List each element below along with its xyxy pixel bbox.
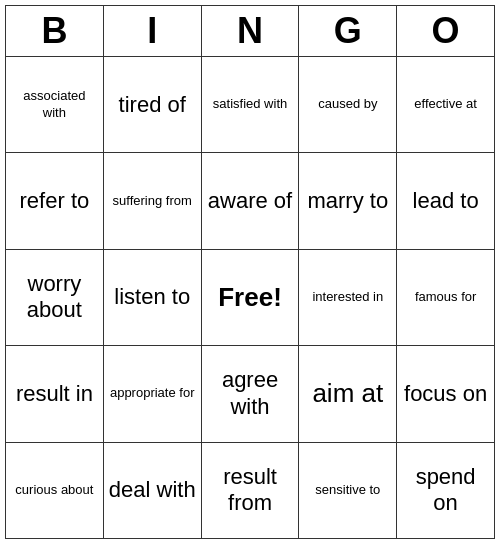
cell-text-4-3: sensitive to xyxy=(315,482,380,497)
cell-text-3-2: agree with xyxy=(222,367,278,418)
cell-text-1-1: suffering from xyxy=(113,193,192,208)
cell-0-4: effective at xyxy=(397,57,495,153)
cell-2-3: interested in xyxy=(299,249,397,345)
cell-3-2: agree with xyxy=(201,346,299,442)
cell-4-0: curious about xyxy=(6,442,104,538)
cell-1-1: suffering from xyxy=(103,153,201,249)
cell-4-4: spend on xyxy=(397,442,495,538)
cell-text-0-0: associated with xyxy=(23,88,85,120)
row-1: refer tosuffering fromaware ofmarry tole… xyxy=(6,153,495,249)
cell-0-3: caused by xyxy=(299,57,397,153)
row-4: curious aboutdeal withresult fromsensiti… xyxy=(6,442,495,538)
row-0: associated withtired ofsatisfied withcau… xyxy=(6,57,495,153)
cell-text-0-2: satisfied with xyxy=(213,96,287,111)
cell-4-3: sensitive to xyxy=(299,442,397,538)
cell-1-0: refer to xyxy=(6,153,104,249)
cell-3-0: result in xyxy=(6,346,104,442)
bingo-body: associated withtired ofsatisfied withcau… xyxy=(6,57,495,539)
cell-4-2: result from xyxy=(201,442,299,538)
cell-0-2: satisfied with xyxy=(201,57,299,153)
cell-1-3: marry to xyxy=(299,153,397,249)
cell-text-2-0: worry about xyxy=(27,271,82,322)
cell-text-3-0: result in xyxy=(16,381,93,406)
header-G: G xyxy=(299,6,397,57)
bingo-card: BINGO associated withtired ofsatisfied w… xyxy=(5,5,495,539)
cell-2-0: worry about xyxy=(6,249,104,345)
cell-text-4-4: spend on xyxy=(416,464,476,515)
cell-text-3-1: appropriate for xyxy=(110,385,195,400)
cell-text-1-2: aware of xyxy=(208,188,292,213)
row-3: result inappropriate foragree withaim at… xyxy=(6,346,495,442)
row-2: worry aboutlisten toFree!interested infa… xyxy=(6,249,495,345)
cell-text-0-4: effective at xyxy=(414,96,477,111)
cell-text-1-0: refer to xyxy=(20,188,90,213)
cell-0-1: tired of xyxy=(103,57,201,153)
cell-text-1-4: lead to xyxy=(413,188,479,213)
cell-3-3: aim at xyxy=(299,346,397,442)
cell-text-4-1: deal with xyxy=(109,477,196,502)
cell-2-4: famous for xyxy=(397,249,495,345)
cell-2-1: listen to xyxy=(103,249,201,345)
cell-0-0: associated with xyxy=(6,57,104,153)
header-B: B xyxy=(6,6,104,57)
cell-text-0-1: tired of xyxy=(119,92,186,117)
cell-text-3-3: aim at xyxy=(312,378,383,408)
cell-3-4: focus on xyxy=(397,346,495,442)
cell-3-1: appropriate for xyxy=(103,346,201,442)
cell-2-2: Free! xyxy=(201,249,299,345)
cell-text-0-3: caused by xyxy=(318,96,377,111)
header-N: N xyxy=(201,6,299,57)
cell-text-4-0: curious about xyxy=(15,482,93,497)
header-I: I xyxy=(103,6,201,57)
cell-text-2-3: interested in xyxy=(312,289,383,304)
cell-text-2-4: famous for xyxy=(415,289,476,304)
cell-text-2-2: Free! xyxy=(218,282,282,312)
bingo-header-row: BINGO xyxy=(6,6,495,57)
cell-4-1: deal with xyxy=(103,442,201,538)
header-O: O xyxy=(397,6,495,57)
cell-1-4: lead to xyxy=(397,153,495,249)
cell-text-4-2: result from xyxy=(223,464,277,515)
cell-text-2-1: listen to xyxy=(114,284,190,309)
cell-text-3-4: focus on xyxy=(404,381,487,406)
cell-text-1-3: marry to xyxy=(307,188,388,213)
cell-1-2: aware of xyxy=(201,153,299,249)
